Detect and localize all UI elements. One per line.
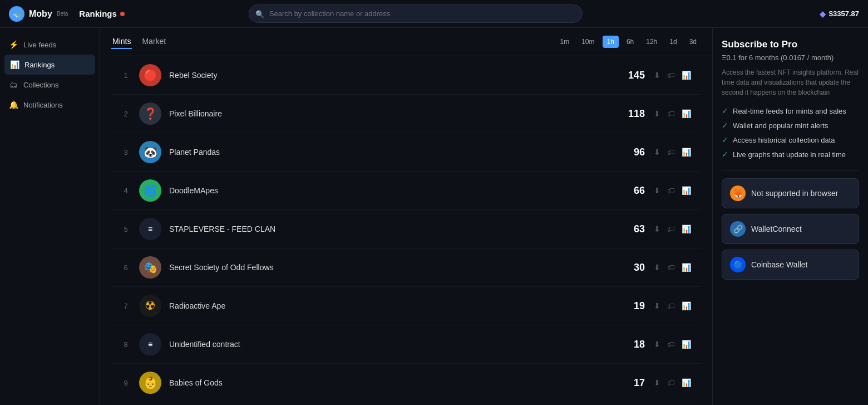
download-icon[interactable]: ⬇ <box>653 339 662 350</box>
logo-text: Moby <box>29 9 52 19</box>
mint-count: 145 <box>617 70 645 81</box>
chart-icon[interactable]: 📊 <box>680 70 692 81</box>
tag-icon[interactable]: 🏷 <box>666 223 676 235</box>
check-icon: ✓ <box>722 121 728 130</box>
table-row[interactable]: 8 ≡ Unidentified contract 18 ⬇ 🏷 📊 <box>111 325 701 364</box>
mint-count: 19 <box>617 300 645 312</box>
table-row[interactable]: 5 ≡ STAPLEVERSE - FEED CLAN 63 ⬇ 🏷 📊 <box>111 210 701 248</box>
rank-number: 1 <box>120 71 131 80</box>
notifications-icon: 🔔 <box>9 100 18 109</box>
tag-icon[interactable]: 🏷 <box>666 339 676 350</box>
time-filter-1h[interactable]: 1h <box>603 36 619 48</box>
row-actions: ⬇ 🏷 📊 <box>653 108 692 119</box>
download-icon[interactable]: ⬇ <box>653 185 662 196</box>
chart-icon[interactable]: 📊 <box>680 147 692 158</box>
rank-number: 5 <box>120 225 131 233</box>
subscribe-price: Ξ0.1 for 6 months (0.0167 / month) <box>722 53 859 62</box>
tabs-list: MintsMarket <box>111 35 167 49</box>
search-input[interactable] <box>249 4 583 23</box>
collection-avatar: ≡ <box>139 333 161 355</box>
feature-item: ✓Live graphs that update in real time <box>722 150 859 159</box>
download-icon[interactable]: ⬇ <box>653 70 662 81</box>
table-row[interactable]: 1 🔴 Rebel Society 145 ⬇ 🏷 📊 <box>111 56 701 95</box>
time-filter-1m[interactable]: 1m <box>556 36 574 48</box>
tag-icon[interactable]: 🏷 <box>666 108 676 119</box>
sidebar-label-notifications: Notifications <box>23 101 63 109</box>
eth-diamond-icon: ◆ <box>820 9 826 18</box>
download-icon[interactable]: ⬇ <box>653 147 662 158</box>
collection-name: Planet Pandas <box>169 148 609 157</box>
download-icon[interactable]: ⬇ <box>653 300 662 311</box>
mint-count: 18 <box>617 339 645 350</box>
sidebar-label-live-feeds: Live feeds <box>23 41 56 49</box>
tag-icon[interactable]: 🏷 <box>666 377 676 388</box>
row-actions: ⬇ 🏷 📊 <box>653 70 692 81</box>
time-filter-10m[interactable]: 10m <box>577 36 599 48</box>
sidebar-label-collections: Collections <box>23 81 59 89</box>
download-icon[interactable]: ⬇ <box>653 223 662 235</box>
live-feeds-icon: ⚡ <box>9 40 18 49</box>
tag-icon[interactable]: 🏷 <box>666 262 676 273</box>
feature-item: ✓Wallet and popular mint alerts <box>722 121 859 130</box>
chart-icon[interactable]: 📊 <box>680 377 692 388</box>
table-row[interactable]: 3 🐼 Planet Pandas 96 ⬇ 🏷 📊 <box>111 133 701 172</box>
subscribe-title: Subscribe to Pro <box>722 39 859 50</box>
mint-count: 96 <box>617 147 645 158</box>
check-icon: ✓ <box>722 106 728 115</box>
row-actions: ⬇ 🏷 📊 <box>653 262 692 273</box>
chart-icon[interactable]: 📊 <box>680 185 692 196</box>
rankings-icon: 📊 <box>10 60 19 69</box>
time-filter-6h[interactable]: 6h <box>622 36 638 48</box>
table-row[interactable]: 6 🎭 Secret Society of Odd Fellows 30 ⬇ 🏷… <box>111 248 701 287</box>
collection-name: Secret Society of Odd Fellows <box>169 263 609 272</box>
mint-count: 66 <box>617 185 645 197</box>
walletconnect-icon: 🔗 <box>730 221 746 237</box>
row-actions: ⬇ 🏷 📊 <box>653 300 692 311</box>
chart-icon[interactable]: 📊 <box>680 262 692 273</box>
check-icon: ✓ <box>722 150 728 159</box>
chart-icon[interactable]: 📊 <box>680 223 692 235</box>
table-row[interactable]: 4 🌀 DoodleMApes 66 ⬇ 🏷 📊 <box>111 172 701 210</box>
table-row[interactable]: 7 ☢ Radioactive Ape 19 ⬇ 🏷 📊 <box>111 287 701 325</box>
sidebar-item-live-feeds[interactable]: ⚡ Live feeds <box>0 35 100 55</box>
row-actions: ⬇ 🏷 📊 <box>653 339 692 350</box>
tag-icon[interactable]: 🏷 <box>666 70 676 81</box>
collection-name: Rebel Society <box>169 71 609 80</box>
tabs-header: MintsMarket 1m10m1h6h12h1d3d <box>100 28 712 56</box>
sidebar-item-notifications[interactable]: 🔔 Notifications <box>0 95 100 115</box>
collection-avatar: 🎭 <box>139 256 161 279</box>
mint-count: 17 <box>617 377 645 389</box>
tab-mints[interactable]: Mints <box>111 35 132 49</box>
time-filter-12h[interactable]: 12h <box>642 36 662 48</box>
page-title: Rankings <box>79 9 125 18</box>
time-filter-3d[interactable]: 3d <box>685 36 701 48</box>
table-row[interactable]: 2 ❓ Pixel Billionaire 118 ⬇ 🏷 📊 <box>111 95 701 133</box>
table-row[interactable]: 10 🐨 Bora Bora Koala 16 ⬇ 🏷 📊 <box>111 402 701 405</box>
chart-icon[interactable]: 📊 <box>680 339 692 350</box>
chart-icon[interactable]: 📊 <box>680 108 692 119</box>
time-filter-1d[interactable]: 1d <box>665 36 681 48</box>
tag-icon[interactable]: 🏷 <box>666 300 676 311</box>
download-icon[interactable]: ⬇ <box>653 377 662 388</box>
wallet-btn-metamask[interactable]: 🦊 Not supported in browser <box>722 178 859 208</box>
sidebar-item-rankings[interactable]: 📊 Rankings <box>4 55 95 75</box>
collection-name: Unidentified contract <box>169 340 609 349</box>
collection-name: Pixel Billionaire <box>169 109 609 118</box>
sidebar-item-collections[interactable]: 🗂 Collections <box>0 75 100 95</box>
collection-name: STAPLEVERSE - FEED CLAN <box>169 225 609 233</box>
metamask-icon: 🦊 <box>730 186 746 201</box>
table-row[interactable]: 9 👶 Babies of Gods 17 ⬇ 🏷 📊 <box>111 364 701 402</box>
tag-icon[interactable]: 🏷 <box>666 147 676 158</box>
check-icon: ✓ <box>722 135 728 144</box>
row-actions: ⬇ 🏷 📊 <box>653 223 692 235</box>
mint-count: 118 <box>617 108 645 120</box>
download-icon[interactable]: ⬇ <box>653 108 662 119</box>
chart-icon[interactable]: 📊 <box>680 300 692 311</box>
rank-number: 9 <box>120 379 131 387</box>
download-icon[interactable]: ⬇ <box>653 262 662 273</box>
rank-number: 2 <box>120 110 131 118</box>
wallet-btn-walletconnect[interactable]: 🔗 WalletConnect <box>722 214 859 244</box>
tag-icon[interactable]: 🏷 <box>666 185 676 196</box>
wallet-btn-coinbase[interactable]: 🔵 Coinbase Wallet <box>722 250 859 280</box>
tab-market[interactable]: Market <box>141 35 167 49</box>
